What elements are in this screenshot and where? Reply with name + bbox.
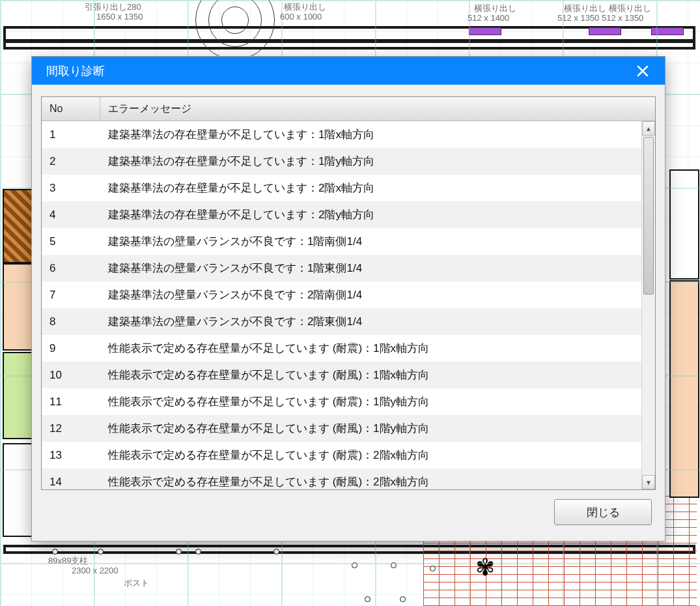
row-no: 3 <box>42 175 100 201</box>
table-row[interactable]: 4建築基準法の存在壁量が不足しています：2階y軸方向 <box>42 201 655 228</box>
table-row[interactable]: 10性能表示で定める存在壁量が不足しています (耐風)：1階x軸方向 <box>42 362 655 388</box>
row-no: 6 <box>42 255 100 281</box>
column-header-no[interactable]: No <box>42 97 100 121</box>
window-tag <box>651 27 684 35</box>
row-no: 4 <box>42 201 100 228</box>
column-header-msg[interactable]: エラーメッセージ <box>100 97 655 121</box>
table-row[interactable]: 13性能表示で定める存在壁量が不足しています (耐震)：2階x軸方向 <box>42 442 655 469</box>
wall <box>3 40 695 50</box>
scroll-thumb[interactable] <box>643 137 654 295</box>
table-row[interactable]: 5建築基準法の壁量バランスが不良です：1階南側1/4 <box>42 228 655 255</box>
dimension-label: 512 x 1350 512 x 1350 <box>557 13 643 23</box>
table-row[interactable]: 1建築基準法の存在壁量が不足しています：1階x軸方向 <box>42 121 655 148</box>
dimension-label: 2300 x 2200 <box>72 566 119 575</box>
dimension-label: 引張り出し280 <box>85 1 141 13</box>
plant-icon: ✾ <box>475 554 495 581</box>
row-message: 建築基準法の壁量バランスが不良です：1階東側1/4 <box>100 255 655 281</box>
row-message: 建築基準法の存在壁量が不足しています：2階x軸方向 <box>100 175 655 201</box>
table-row[interactable]: 2建築基準法の存在壁量が不足しています：1階y軸方向 <box>42 148 655 175</box>
row-no: 12 <box>42 415 100 442</box>
row-message: 性能表示で定める存在壁量が不足しています (耐風)：1階x軸方向 <box>100 362 655 388</box>
dimension-label: 横張り出し <box>284 1 326 13</box>
row-message: 建築基準法の存在壁量が不足しています：1階x軸方向 <box>100 121 655 148</box>
table-row[interactable]: 9性能表示で定める存在壁量が不足しています (耐震)：1階x軸方向 <box>42 335 655 362</box>
row-no: 10 <box>42 362 100 388</box>
table-row[interactable]: 6建築基準法の壁量バランスが不良です：1階東側1/4 <box>42 255 655 281</box>
floorplan-check-dialog: 間取り診断 No エラーメッセージ 1建築基準法の存在壁量が不足しています：1階… <box>31 56 665 541</box>
close-icon[interactable] <box>630 61 656 81</box>
window-tag <box>469 27 501 35</box>
row-message: 性能表示で定める存在壁量が不足しています (耐震)：1階x軸方向 <box>100 335 655 362</box>
room-peach <box>669 280 699 498</box>
grid-rows: 1建築基準法の存在壁量が不足しています：1階x軸方向2建築基準法の存在壁量が不足… <box>42 121 655 489</box>
dimension-label: 600 x 1000 <box>280 12 322 22</box>
row-message: 建築基準法の壁量バランスが不良です：2階南側1/4 <box>100 281 655 308</box>
row-no: 11 <box>42 388 100 415</box>
vertical-scrollbar[interactable]: ▲ ▼ <box>641 121 655 489</box>
error-grid: No エラーメッセージ 1建築基準法の存在壁量が不足しています：1階x軸方向2建… <box>41 96 656 490</box>
dialog-title: 間取り診断 <box>46 63 630 79</box>
wall <box>3 545 695 554</box>
close-button[interactable]: 閉じる <box>554 499 652 525</box>
row-message: 建築基準法の壁量バランスが不良です：2階東側1/4 <box>100 308 655 335</box>
dimension-label: 89x89支柱 <box>48 555 88 567</box>
table-row[interactable]: 7建築基準法の壁量バランスが不良です：2階南側1/4 <box>42 281 655 308</box>
row-no: 5 <box>42 228 100 255</box>
dimension-label: 512 x 1400 <box>468 13 509 23</box>
row-no: 8 <box>42 308 100 335</box>
dimension-label: 横張り出し 横張り出し <box>564 3 651 14</box>
row-no: 1 <box>42 121 100 148</box>
table-row[interactable]: 14性能表示で定める存在壁量が不足しています (耐風)：2階x軸方向 <box>42 469 655 489</box>
room-white <box>669 169 699 280</box>
dimension-label: 横張り出し <box>474 3 516 14</box>
dimension-label: ポスト <box>124 577 149 589</box>
window-tag <box>589 27 621 35</box>
row-message: 性能表示で定める存在壁量が不足しています (耐風)：2階x軸方向 <box>100 469 655 489</box>
row-no: 2 <box>42 148 100 175</box>
row-no: 7 <box>42 281 100 308</box>
row-message: 性能表示で定める存在壁量が不足しています (耐震)：2階x軸方向 <box>100 442 655 469</box>
row-message: 性能表示で定める存在壁量が不足しています (耐風)：1階y軸方向 <box>100 415 655 442</box>
table-row[interactable]: 3建築基準法の存在壁量が不足しています：2階x軸方向 <box>42 175 655 201</box>
row-message: 性能表示で定める存在壁量が不足しています (耐震)：1階y軸方向 <box>100 388 655 415</box>
table-row[interactable]: 12性能表示で定める存在壁量が不足しています (耐風)：1階y軸方向 <box>42 415 655 442</box>
row-no: 14 <box>42 469 100 489</box>
dialog-titlebar[interactable]: 間取り診断 <box>32 57 665 85</box>
grid-header: No エラーメッセージ <box>42 97 655 121</box>
row-message: 建築基準法の存在壁量が不足しています：1階y軸方向 <box>100 148 655 175</box>
door-arc <box>221 7 249 34</box>
scroll-up-button[interactable]: ▲ <box>642 121 655 136</box>
door-arc <box>208 0 262 47</box>
wall <box>3 26 695 42</box>
table-row[interactable]: 8建築基準法の壁量バランスが不良です：2階東側1/4 <box>42 308 655 335</box>
row-message: 建築基準法の壁量バランスが不良です：1階南側1/4 <box>100 228 655 255</box>
table-row[interactable]: 11性能表示で定める存在壁量が不足しています (耐震)：1階y軸方向 <box>42 388 655 415</box>
scroll-down-button[interactable]: ▼ <box>642 475 655 489</box>
row-message: 建築基準法の存在壁量が不足しています：2階y軸方向 <box>100 201 655 228</box>
row-no: 13 <box>42 442 100 469</box>
door-arc <box>195 0 275 60</box>
row-no: 9 <box>42 335 100 362</box>
dimension-label: 1650 x 1350 <box>96 12 143 22</box>
